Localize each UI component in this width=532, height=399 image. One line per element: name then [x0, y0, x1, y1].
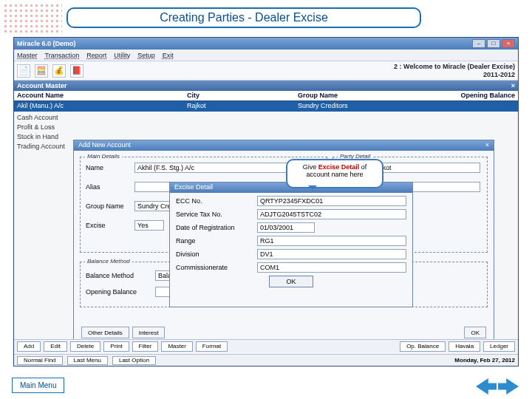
division-input[interactable]: DV1: [257, 249, 406, 259]
menu-report[interactable]: Report: [86, 52, 106, 59]
tool-bag-icon[interactable]: 💰: [52, 64, 66, 78]
excise-select[interactable]: Yes: [134, 220, 164, 231]
titlebar: Miracle 6.0 (Demo) – □ ×: [14, 38, 518, 50]
filter-button[interactable]: Filter: [132, 341, 159, 352]
edit-button[interactable]: Edit: [44, 341, 67, 352]
menubar: Master Transaction Report Utility Setup …: [14, 50, 518, 61]
col-city: City: [184, 91, 295, 100]
account-master-header: Account Master ×: [14, 81, 518, 91]
column-headers: Account Name City Group Name Opening Bal…: [14, 91, 518, 101]
tool-calc-icon[interactable]: 🧮: [35, 64, 48, 78]
slide-title: Creating Parties - Dealer Excise: [66, 7, 421, 28]
opening-label: Opening Balance: [86, 288, 137, 296]
welcome-text: 2 : Welcome to Miracle (Dealer Excise) 2…: [88, 63, 515, 79]
alias-label: Alias: [86, 183, 100, 191]
city-input[interactable]: Rajkot: [369, 163, 480, 173]
toolbar: 📄 🧮 💰 📕 2 : Welcome to Miracle (Dealer E…: [14, 61, 518, 81]
selected-row[interactable]: Akil (Manu.) A/c Rajkot Sundry Creditors: [14, 101, 518, 112]
add-account-close-icon[interactable]: ×: [485, 141, 489, 150]
range-input[interactable]: RG1: [257, 236, 406, 246]
hint-callout: Give Excise Detail of account name here: [286, 159, 383, 188]
next-arrow-icon[interactable]: [498, 378, 519, 395]
excise-detail-dialog: Excise Detail ECC No.QRTYP2345FXDC01 Ser…: [169, 182, 413, 307]
excise-label: Excise: [86, 222, 106, 229]
prev-arrow-icon[interactable]: [476, 378, 497, 395]
group-label: Group Name: [86, 202, 124, 210]
window-title: Miracle 6.0 (Demo): [17, 40, 76, 47]
menu-master[interactable]: Master: [17, 52, 38, 59]
ledger-button[interactable]: Ledger: [483, 341, 515, 352]
bal-method-label: Balance Method: [86, 272, 134, 279]
commissionerate-input[interactable]: COM1: [257, 262, 406, 273]
row-city: Rajkot: [184, 101, 295, 112]
comm-label: Commissionerate: [176, 264, 257, 271]
add-account-ok-button[interactable]: OK: [464, 327, 486, 338]
master-button[interactable]: Master: [161, 341, 192, 352]
main-details-label: Main Details: [85, 153, 122, 160]
account-master-title: Account Master: [17, 82, 67, 89]
col-group: Group Name: [295, 91, 406, 100]
row-group: Sundry Creditors: [295, 101, 406, 112]
menu-setup[interactable]: Setup: [137, 52, 155, 59]
dor-label: Date of Registration: [176, 224, 257, 231]
add-button[interactable]: Add: [17, 341, 41, 352]
stax-label: Service Tax No.: [176, 211, 257, 218]
status-date: Monday, Feb 27, 2012: [454, 357, 515, 364]
status-normal-find[interactable]: Normal Find: [17, 356, 63, 365]
stax-input[interactable]: ADJTG2045TSTC02: [257, 209, 406, 219]
row-name: Akil (Manu.) A/c: [14, 101, 184, 112]
ecc-input[interactable]: QRTYP2345FXDC01: [257, 196, 406, 206]
nav-arrows: [476, 378, 519, 395]
add-account-title: Add New Account ×: [74, 140, 494, 151]
div-label: Division: [176, 250, 257, 258]
list-item[interactable]: Profit & Loss: [17, 123, 515, 132]
excise-ok-button[interactable]: OK: [269, 276, 313, 287]
delete-button[interactable]: Delete: [70, 341, 100, 352]
bottom-toolbar: Add Edit Delete Print Filter Master Form…: [14, 339, 518, 352]
dor-input[interactable]: 01/03/2001: [257, 222, 315, 233]
havala-button[interactable]: Havala: [449, 341, 480, 352]
tool-book-icon[interactable]: 📕: [70, 64, 83, 78]
close-button[interactable]: ×: [502, 39, 515, 48]
maximize-button[interactable]: □: [487, 39, 500, 48]
format-button[interactable]: Format: [196, 341, 228, 352]
menu-exit[interactable]: Exit: [163, 52, 174, 59]
app-window: Miracle 6.0 (Demo) – □ × Master Transact…: [13, 37, 519, 366]
tool-new-icon[interactable]: 📄: [17, 64, 30, 78]
col-opening-balance: Opening Balance: [406, 91, 518, 100]
ecc-label: ECC No.: [176, 197, 257, 205]
print-button[interactable]: Print: [103, 341, 129, 352]
list-item[interactable]: Cash Account: [17, 113, 515, 123]
account-master-close-icon[interactable]: ×: [511, 82, 515, 89]
status-last-option[interactable]: Last Option: [112, 356, 156, 365]
interest-button[interactable]: Interest: [132, 327, 166, 338]
col-account-name: Account Name: [14, 91, 184, 100]
name-label: Name: [86, 164, 103, 171]
status-bar: Normal Find Last Menu Last Option Monday…: [14, 354, 518, 366]
range-label: Range: [176, 237, 257, 245]
other-details-button[interactable]: Other Details: [81, 327, 129, 338]
minimize-button[interactable]: –: [472, 39, 485, 48]
main-menu-button[interactable]: Main Menu: [12, 378, 64, 393]
group-input[interactable]: Sundry Creditors: [134, 201, 173, 211]
op-balance-button[interactable]: Op. Balance: [400, 341, 446, 352]
menu-utility[interactable]: Utility: [114, 52, 130, 59]
status-last-menu[interactable]: Last Menu: [67, 356, 108, 365]
menu-transaction[interactable]: Transaction: [45, 52, 80, 59]
balance-section-label: Balance Method: [85, 258, 132, 265]
